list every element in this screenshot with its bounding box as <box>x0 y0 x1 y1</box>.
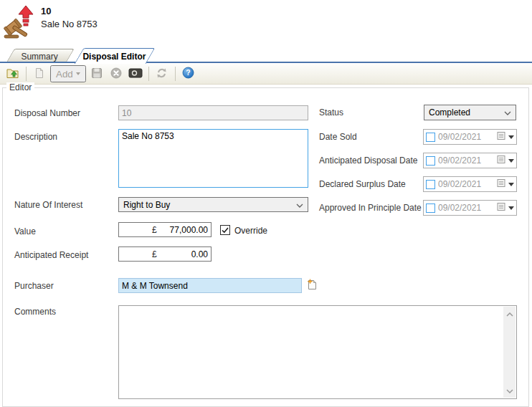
date-dropdown-arrow-icon[interactable] <box>508 135 514 139</box>
new-document-icon <box>34 67 45 81</box>
calendar-icon <box>497 155 505 166</box>
disposal-number-value: 10 <box>122 108 131 118</box>
auction-gavel-icon <box>4 4 37 42</box>
value-amount: 77,000.00 <box>157 225 208 235</box>
approved-in-principle-date-checkbox[interactable] <box>426 204 435 213</box>
purchaser-value: M & M Townsend <box>122 281 188 291</box>
description-textarea[interactable]: Sale No 8753 <box>118 129 308 188</box>
calendar-icon <box>497 202 505 214</box>
comments-scrollbar[interactable] <box>503 307 516 398</box>
anticipated-receipt-input[interactable]: £ 0.00 <box>118 246 212 262</box>
declared-surplus-date-value: 09/02/2021 <box>438 179 494 189</box>
approved-in-principle-date-label: Approved In Principle Date <box>319 203 422 213</box>
date-sold-field[interactable]: 09/02/2021 <box>423 129 517 145</box>
nature-of-interest-value: Right to Buy <box>123 200 170 210</box>
chevron-down-icon <box>296 200 303 210</box>
purchaser-input[interactable]: M & M Townsend <box>118 278 302 293</box>
camera-button[interactable] <box>127 65 144 82</box>
save-button[interactable] <box>88 65 105 82</box>
comments-textarea[interactable] <box>118 305 517 399</box>
refresh-button[interactable] <box>153 65 171 82</box>
add-button-label: Add <box>56 69 73 80</box>
groupbox-label: Editor <box>6 82 34 92</box>
status-value: Completed <box>429 107 470 118</box>
open-record-button[interactable] <box>4 65 22 82</box>
comments-label: Comments <box>14 307 56 317</box>
value-input[interactable]: £ 77,000.00 <box>118 222 212 237</box>
scroll-up-icon <box>506 309 513 319</box>
chevron-down-icon <box>504 107 511 118</box>
check-icon <box>222 227 229 234</box>
status-select[interactable]: Completed <box>424 105 516 120</box>
value-label: Value <box>14 226 36 236</box>
cancel-icon <box>110 67 122 81</box>
date-dropdown-arrow-icon[interactable] <box>508 159 514 163</box>
override-label: Override <box>234 226 267 236</box>
tab-disposal-editor[interactable]: Disposal Editor <box>75 48 156 64</box>
date-sold-label: Date Sold <box>319 132 357 142</box>
anticipated-receipt-currency: £ <box>152 249 157 259</box>
calendar-icon <box>497 178 505 190</box>
help-button[interactable]: ? <box>180 65 197 82</box>
tab-summary[interactable]: Summary <box>6 49 75 63</box>
approved-in-principle-date-field[interactable]: 09/02/2021 <box>423 200 517 216</box>
anticipated-disposal-date-value: 09/02/2021 <box>438 155 494 166</box>
refresh-icon <box>156 67 168 81</box>
approved-in-principle-date-value: 09/02/2021 <box>438 203 494 213</box>
description-value: Sale No 8753 <box>122 131 174 141</box>
scroll-down-icon <box>506 386 513 396</box>
disposal-editor-window: 10 Sale No 8753 Summary Disposal Editor <box>0 0 532 407</box>
status-label: Status <box>319 107 343 118</box>
tab-strip: Summary Disposal Editor <box>0 48 532 63</box>
disposal-number-input[interactable]: 10 <box>118 105 308 120</box>
nature-of-interest-label: Nature Of Interest <box>14 200 82 210</box>
record-id: 10 <box>41 6 51 16</box>
purchaser-lookup-button[interactable] <box>305 279 318 292</box>
help-icon: ? <box>182 67 194 81</box>
declared-surplus-date-label: Declared Surplus Date <box>319 179 406 189</box>
disposal-number-label: Disposal Number <box>14 108 80 118</box>
anticipated-receipt-label: Anticipated Receipt <box>14 250 88 260</box>
date-dropdown-arrow-icon[interactable] <box>508 206 514 210</box>
nature-of-interest-select[interactable]: Right to Buy <box>118 197 308 212</box>
toolbar-separator <box>26 67 27 81</box>
calendar-icon <box>497 131 505 143</box>
add-button[interactable]: Add <box>50 65 86 82</box>
toolbar-separator <box>175 67 176 81</box>
svg-text:?: ? <box>186 68 191 77</box>
add-dropdown-icon <box>76 72 80 75</box>
description-label: Description <box>14 132 57 142</box>
tab-disposal-editor-label: Disposal Editor <box>83 52 146 62</box>
open-folder-icon <box>6 67 19 81</box>
anticipated-disposal-date-label: Anticipated Disposal Date <box>319 155 417 166</box>
declared-surplus-date-field[interactable]: 09/02/2021 <box>423 176 517 192</box>
anticipated-disposal-date-checkbox[interactable] <box>426 156 435 166</box>
date-sold-checkbox[interactable] <box>426 133 435 142</box>
date-sold-value: 09/02/2021 <box>438 132 494 142</box>
cancel-button[interactable] <box>108 65 125 82</box>
anticipated-disposal-date-field[interactable]: 09/02/2021 <box>423 153 517 168</box>
date-dropdown-arrow-icon[interactable] <box>508 183 514 186</box>
purchaser-label: Purchaser <box>14 281 54 291</box>
value-currency: £ <box>152 225 157 235</box>
declared-surplus-date-checkbox[interactable] <box>426 180 435 189</box>
camera-icon <box>128 67 143 81</box>
override-checkbox[interactable] <box>220 225 230 235</box>
new-document-button[interactable] <box>31 65 48 82</box>
tab-summary-label: Summary <box>22 52 58 62</box>
anticipated-receipt-amount: 0.00 <box>157 249 208 259</box>
record-title: Sale No 8753 <box>41 19 98 29</box>
save-icon <box>91 67 103 81</box>
purchaser-lookup-icon <box>306 279 318 293</box>
toolbar-separator <box>148 67 149 81</box>
toolbar: Add <box>0 64 532 85</box>
